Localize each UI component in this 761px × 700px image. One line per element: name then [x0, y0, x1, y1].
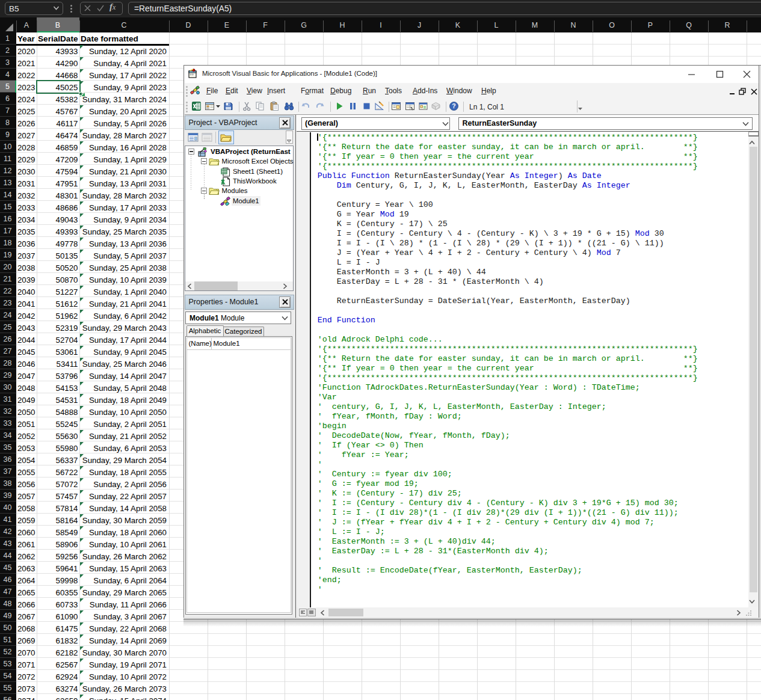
svg-text:?: ? [452, 102, 455, 109]
